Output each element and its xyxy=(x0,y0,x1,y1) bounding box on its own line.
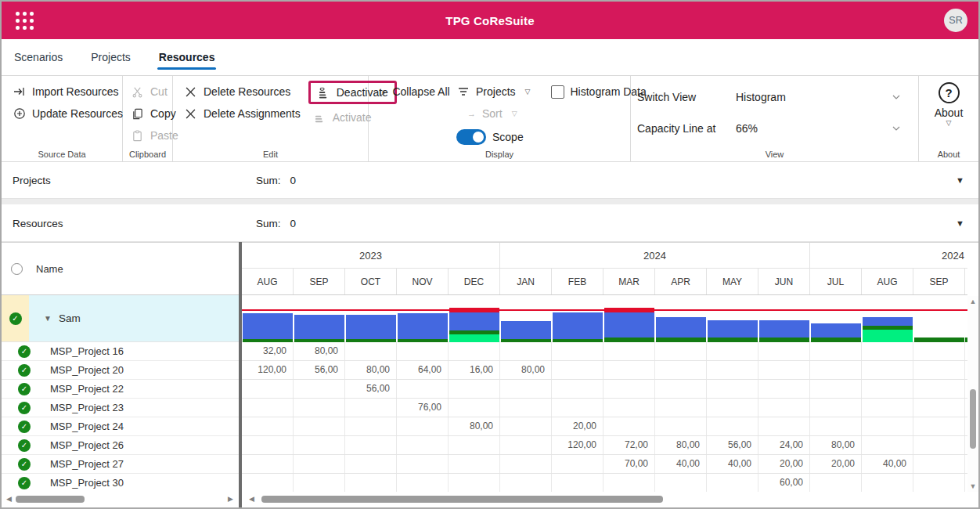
vertical-scrollbar[interactable]: ▲ ▼ xyxy=(967,296,978,492)
tab-scenarios[interactable]: Scenarios xyxy=(13,43,64,71)
update-resources-label: Update Resources xyxy=(32,107,123,120)
histogram-segment-blue xyxy=(708,320,758,338)
sort-arrow-icon: → xyxy=(467,109,476,118)
value-cell: 120,00 xyxy=(552,436,603,454)
expander-down-icon[interactable]: ▼ xyxy=(44,314,52,323)
projects-sum: Sum:0 xyxy=(256,175,296,186)
value-cell: 76,00 xyxy=(397,399,449,417)
histogram-segment-blue xyxy=(656,317,706,338)
project-row[interactable]: ✓MSP_Project 23 xyxy=(2,399,239,417)
switch-view-select[interactable]: Histogram xyxy=(736,91,892,103)
histogram-segment-blue xyxy=(294,315,344,339)
vertical-scrollbar-thumb[interactable] xyxy=(970,389,976,449)
value-cell xyxy=(552,342,603,360)
update-resources-button[interactable]: Update Resources xyxy=(8,103,122,125)
histogram-bar xyxy=(863,295,913,342)
value-cell: 16,00 xyxy=(449,361,500,379)
value-cell xyxy=(603,380,655,398)
value-cell xyxy=(397,342,449,360)
value-cell xyxy=(913,380,965,398)
project-row[interactable]: ✓MSP_Project 27 xyxy=(2,455,239,474)
section-collapse-icon[interactable]: ▼ xyxy=(956,218,964,228)
value-cell xyxy=(552,361,603,379)
chevron-down-icon[interactable] xyxy=(892,124,901,133)
month-header-cell: JUN xyxy=(758,269,810,294)
tab-resources[interactable]: Resources xyxy=(157,43,217,71)
sum-value: 0 xyxy=(290,175,297,186)
timeline-hscroll-thumb[interactable] xyxy=(261,496,663,503)
value-cell xyxy=(294,417,345,435)
projects-filter-dropdown[interactable]: Projects ▽ xyxy=(452,81,535,103)
copy-button[interactable]: Copy xyxy=(126,103,172,125)
delete-icon xyxy=(184,107,197,121)
scroll-down-icon[interactable]: ▼ xyxy=(967,482,978,490)
delete-resources-button[interactable]: Delete Resources xyxy=(179,81,305,103)
month-header-cell: NOV xyxy=(397,269,449,294)
select-all-radio[interactable] xyxy=(11,263,23,275)
chevron-down-icon[interactable] xyxy=(892,92,901,102)
section-collapse-icon[interactable]: ▼ xyxy=(956,175,964,185)
grid-timeline: 202320242024 AUGSEPOCTNOVDECJANFEBMARAPR… xyxy=(242,243,967,492)
value-cell xyxy=(707,417,758,435)
collapse-all-button[interactable]: ▷ Collapse All xyxy=(375,81,452,103)
scroll-right-icon[interactable]: ▶ xyxy=(228,495,233,503)
activate-icon xyxy=(313,111,326,125)
resources-section-header[interactable]: Resources Sum:0 ▼ xyxy=(2,204,978,242)
panel-splitter[interactable] xyxy=(239,242,242,507)
value-cell xyxy=(862,342,913,360)
left-hscroll-thumb[interactable] xyxy=(16,496,85,503)
scroll-left-icon[interactable]: ◀ xyxy=(6,495,12,503)
collapse-all-label: Collapse All xyxy=(392,85,449,98)
project-row[interactable]: ✓MSP_Project 30 xyxy=(2,474,239,493)
value-cell xyxy=(242,436,294,454)
project-value-row: 60,00 xyxy=(242,474,967,493)
ribbon-group-source-data: Import Resources Update Resources Source… xyxy=(2,76,123,161)
value-cell xyxy=(397,380,449,398)
active-check-icon: ✓ xyxy=(18,383,31,395)
histogram-segment-dgreen xyxy=(656,338,706,342)
scroll-up-icon[interactable]: ▲ xyxy=(967,298,978,305)
value-cell xyxy=(552,380,603,398)
import-icon xyxy=(13,85,26,99)
year-header-cell: 2023 xyxy=(242,243,500,268)
capacity-line-select[interactable]: 66% xyxy=(736,122,892,135)
histogram-data-checkbox[interactable] xyxy=(551,85,564,99)
paste-button: Paste xyxy=(126,125,172,146)
project-name: MSP_Project 27 xyxy=(50,458,124,470)
collapse-all-icon: ▷ xyxy=(380,87,386,97)
histogram-segment-dgreen xyxy=(759,338,809,342)
resource-group-name: Sam xyxy=(59,312,81,324)
app-launcher-icon[interactable] xyxy=(16,12,34,31)
project-row[interactable]: ✓MSP_Project 16 xyxy=(2,342,239,361)
about-button-label: About xyxy=(919,106,978,119)
scope-toggle[interactable] xyxy=(456,129,486,145)
about-button[interactable]: ? About ▽ xyxy=(919,82,978,127)
avatar[interactable]: SR xyxy=(944,9,967,32)
project-row[interactable]: ✓MSP_Project 24 xyxy=(2,417,239,436)
import-resources-button[interactable]: Import Resources xyxy=(8,81,122,103)
value-cell: 40,00 xyxy=(707,455,758,473)
resource-group-row[interactable]: ✓ ▼ Sam xyxy=(2,295,239,342)
project-row[interactable]: ✓MSP_Project 26 xyxy=(2,436,239,455)
projects-filter-label: Projects xyxy=(476,85,516,98)
value-cell xyxy=(862,436,913,454)
value-cell xyxy=(913,361,965,379)
switch-view-label: Switch View xyxy=(637,91,736,103)
scroll-left-icon[interactable]: ◀ xyxy=(249,495,254,503)
histogram-segment-bgreen xyxy=(863,330,913,342)
value-cell: 40,00 xyxy=(655,455,707,473)
scope-label: Scope xyxy=(492,131,524,143)
value-cell xyxy=(655,380,707,398)
project-value-row: 32,0080,00 xyxy=(242,342,967,361)
histogram-segment-dgreen xyxy=(398,339,448,342)
value-cell xyxy=(810,361,862,379)
delete-assignments-button[interactable]: Delete Assignments xyxy=(179,103,305,125)
value-cell xyxy=(345,342,397,360)
value-cell xyxy=(397,417,449,435)
tab-projects[interactable]: Projects xyxy=(89,43,132,71)
project-row[interactable]: ✓MSP_Project 20 xyxy=(2,361,239,380)
resource-group-name-cell[interactable]: ▼ Sam xyxy=(29,295,239,341)
projects-section-header[interactable]: Projects Sum:0 ▼ xyxy=(2,162,978,199)
project-row[interactable]: ✓MSP_Project 22 xyxy=(2,380,239,399)
resources-grid: Name ✓ ▼ Sam ✓MSP_Project 16✓MSP_Project… xyxy=(2,242,978,492)
